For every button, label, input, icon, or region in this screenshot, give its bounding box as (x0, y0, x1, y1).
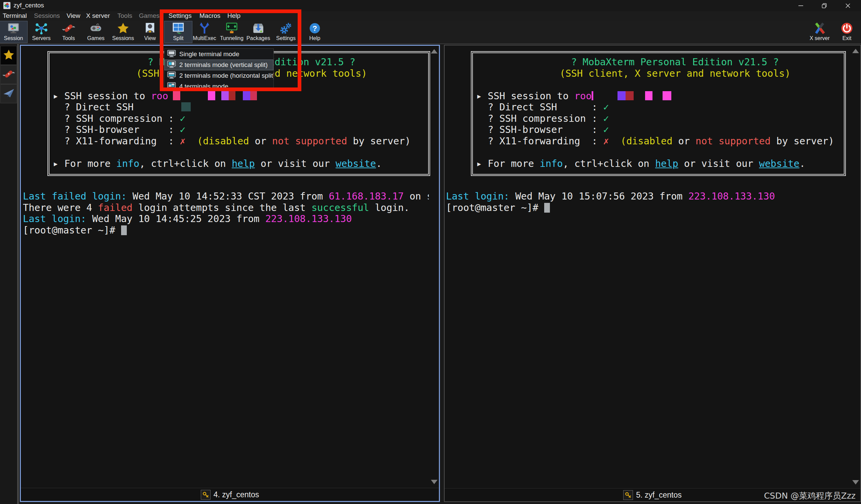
scrollbar[interactable] (852, 46, 860, 486)
terminal-text: not supported (696, 136, 770, 147)
terminal-text: info (117, 158, 140, 169)
toolbar-button-label: MultiExec (193, 35, 216, 41)
terminal-output[interactable]: Last login: Wed May 10 15:07:56 2023 fro… (446, 191, 850, 213)
scroll-down-icon[interactable] (852, 480, 859, 485)
terminal-line (473, 79, 844, 91)
split-menu-item[interactable]: 2 terminals mode (vertical split) (164, 59, 273, 70)
toolbar-button-label: Tools (62, 35, 75, 41)
terminal-link[interactable]: website (759, 158, 800, 169)
sidebar-splitter[interactable] (17, 44, 19, 504)
terminal-text: . (376, 158, 382, 169)
censor-block (626, 91, 634, 100)
sidebar-tab-macros-plane[interactable] (0, 84, 17, 103)
star-icon (117, 21, 129, 35)
servers-button[interactable]: Servers (28, 21, 55, 43)
restore-button[interactable] (815, 0, 834, 11)
servers-icon (35, 21, 48, 35)
terminal-line: ? X11-forwarding : ✗ (disabled or not su… (473, 136, 844, 147)
tunneling-button[interactable]: Tunneling (218, 21, 246, 43)
minimize-button[interactable] (791, 0, 810, 11)
mon-single-icon (167, 50, 176, 59)
x-server-button[interactable]: X server (806, 21, 833, 43)
tab-left[interactable]: 4. zyf_centos (214, 490, 259, 499)
toolbar-button-label: Help (310, 35, 320, 41)
mobaxterm-banner: ? MobaXterm Personal Edition v21.5 ?(SSH… (471, 51, 846, 176)
split-menu-item[interactable]: 2 terminals mode (horizontal split) (164, 70, 273, 81)
scrollbar[interactable] (430, 46, 439, 486)
terminal-link[interactable]: help (655, 158, 678, 169)
terminal-text: by server) (770, 136, 834, 147)
tools-button[interactable]: Tools (55, 21, 82, 43)
censor-block (662, 91, 671, 100)
packages-button[interactable]: Packages (245, 21, 272, 43)
terminal-text (186, 136, 197, 147)
toolbar-button-label: Games (87, 35, 105, 41)
sessions-button[interactable]: Sessions (109, 21, 137, 43)
terminal-pane-left[interactable]: ? MobaXterm Personal Edition v21.5 ?(SSH… (20, 45, 440, 502)
split-menu-item[interactable]: Single terminal mode (164, 49, 273, 59)
split-menu-item[interactable]: 4 terminals mode (164, 81, 273, 89)
menu-x-server[interactable]: X server (86, 12, 110, 19)
menu-bar: TerminalSessionsViewX serverToolsGamesSe… (0, 11, 861, 21)
terminal-text: (disabled (620, 136, 672, 147)
terminal-line: (SSH client, X server and network tools) (473, 68, 844, 79)
close-button[interactable] (838, 0, 858, 11)
exit-button[interactable]: Exit (833, 21, 861, 43)
games-button[interactable]: Games (82, 21, 110, 43)
terminal-line: ? SSH-browser : ✓ (50, 124, 428, 136)
tab-right[interactable]: 5. zyf_centos (636, 491, 682, 500)
censor-block (173, 91, 180, 100)
sidebar-tab-sessions-star[interactable] (0, 46, 17, 65)
terminal-pane-right[interactable]: ? MobaXterm Personal Edition v21.5 ?(SSH… (444, 45, 861, 502)
settings-button[interactable]: Settings (272, 21, 300, 43)
terminal-text: info (540, 158, 563, 169)
help-icon: ? (309, 21, 321, 35)
censor-block (221, 91, 229, 100)
help-button[interactable]: ?Help (301, 21, 329, 43)
scroll-down-icon[interactable] (431, 480, 438, 484)
menu-terminal[interactable]: Terminal (3, 12, 27, 19)
sidebar-tab-tools-knife[interactable] (0, 65, 17, 84)
split-button[interactable]: Split (164, 21, 192, 43)
menu-tools[interactable]: Tools (118, 12, 132, 19)
terminal-text: login attempts since the last (133, 202, 312, 213)
terminal-text: ? Direct SSH (53, 101, 134, 113)
menu-help[interactable]: Help (227, 12, 241, 19)
menu-macros[interactable]: Macros (200, 12, 220, 19)
split-icon (172, 21, 184, 35)
terminal-text: , ctrl+click on (563, 158, 655, 169)
toolbar-button-label: X server (809, 35, 830, 41)
menu-sessions[interactable]: Sessions (34, 12, 60, 19)
terminal-text: roo (574, 91, 592, 101)
terminal-link[interactable]: help (232, 158, 255, 169)
toolbar-button-label: Sessions (112, 35, 134, 41)
xserver-icon (813, 21, 826, 35)
view-button[interactable]: View (136, 21, 164, 43)
csdn-watermark: CSDN @菜鸡程序员Zzz (764, 490, 856, 501)
terminal-text: Wed May 10 15:07:56 2023 from (509, 191, 688, 202)
terminal-text: [root@master ~]# (446, 202, 544, 213)
multiexec-button[interactable]: MultiExec (191, 21, 218, 43)
terminal-line: ? X11-forwarding : ✗ (disabled or not su… (50, 136, 428, 147)
menu-games[interactable]: Games (139, 12, 160, 19)
terminal-text: ▸ SSH session to (476, 91, 574, 101)
split-menu-item-label: 2 terminals mode (vertical split) (179, 61, 268, 69)
terminal-text: ✓ (603, 113, 609, 124)
menu-settings[interactable]: Settings (168, 12, 192, 19)
menu-view[interactable]: View (67, 12, 80, 19)
session-button[interactable]: Session (0, 21, 27, 43)
terminal-text: or visit our (678, 158, 759, 169)
terminal-link[interactable]: website (336, 158, 376, 169)
terminal-output[interactable]: Last failed login: Wed May 10 14:52:33 C… (23, 191, 429, 236)
mon-4-icon (167, 82, 176, 89)
terminal-text: roo (151, 91, 168, 101)
session-icon (7, 21, 20, 35)
scroll-up-icon[interactable] (431, 49, 438, 54)
terminal-line: ▸ For more info, ctrl+click on help or v… (50, 158, 428, 169)
terminal-text: or visit our (255, 158, 336, 169)
censor-block (645, 91, 653, 100)
settings-icon (279, 21, 292, 35)
terminal-line: ? SSH compression : ✓ (50, 113, 428, 124)
scroll-up-icon[interactable] (852, 49, 859, 53)
terminal-line: Last login: Wed May 10 14:45:25 2023 fro… (23, 213, 429, 225)
